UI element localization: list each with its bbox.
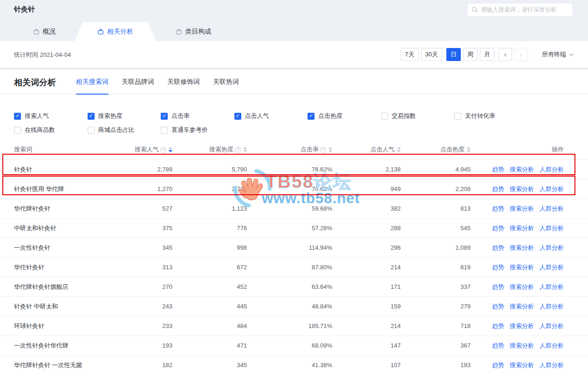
trend-link[interactable]: 趋势 [492,205,504,213]
terminal-dropdown[interactable]: 所有终端 [542,50,574,59]
metric-checkbox[interactable]: 在线商品数 [14,126,88,134]
range-button-4[interactable]: 周 [463,48,478,61]
page-tab-1[interactable]: 概况 [14,22,75,41]
trend-link[interactable]: 趋势 [492,263,504,272]
audience-analysis-link[interactable]: 人群分析 [540,205,564,213]
audience-analysis-link[interactable]: 人群分析 [540,302,564,311]
sort-icon[interactable] [397,147,401,152]
word-type-tab-3[interactable]: 关联修饰词 [161,69,206,94]
table-row-6: 华佗针灸针31367287.80%214619趋势搜索分析人群分析 [0,257,588,277]
keyword-cell: 针灸针医用 华佗牌 [14,185,133,193]
value-cell: 471 [172,342,247,349]
word-type-tabs: 相关搜索词关联品牌词关联修饰词关联热词 [69,69,246,94]
actions-cell: 趋势搜索分析人群分析 [471,263,564,272]
metric-checkbox[interactable]: 商城点击占比 [88,126,161,134]
actions-cell: 趋势搜索分析人群分析 [471,361,564,369]
page-tab-3[interactable]: 类目构成 [156,22,231,41]
range-button-2[interactable]: 30天 [421,48,442,61]
column-header-2[interactable]: 搜索人气? [133,145,172,154]
audience-analysis-link[interactable]: 人群分析 [540,185,564,193]
range-button-1[interactable]: 7天 [401,48,418,61]
checkbox-label: 交易指数 [392,112,416,120]
search-analysis-link[interactable]: 搜索分析 [510,224,534,232]
metric-filters: 搜索人气 搜索热度 点击率 点击人气 点击热度 交易指数 支付转化率 在线商品数… [0,94,588,134]
trend-link[interactable]: 趋势 [492,185,504,193]
metric-checkbox[interactable]: 点击热度 [308,112,381,120]
actions-cell: 趋势搜索分析人群分析 [471,205,564,213]
help-icon[interactable]: ? [235,147,241,153]
audience-analysis-link[interactable]: 人群分析 [540,244,564,252]
trend-link[interactable]: 趋势 [492,224,504,232]
table-row-7: 华佗牌针灸针旗舰店27045263.64%171337趋势搜索分析人群分析 [0,277,588,296]
range-button-5[interactable]: 月 [480,48,494,61]
metric-checkbox[interactable]: 直通车参考价 [161,126,234,134]
audience-analysis-link[interactable]: 人群分析 [540,165,564,174]
audience-analysis-link[interactable]: 人群分析 [540,342,564,350]
metric-checkbox[interactable]: 搜索人气 [14,112,88,120]
date-toolbar: 统计时间 2021-04-04 7天30天日周月 ‹ › 所有终端 [0,41,588,69]
search-analysis-link[interactable]: 搜索分析 [510,342,534,350]
trend-link[interactable]: 趋势 [492,283,504,291]
word-type-tab-4[interactable]: 关联热词 [206,69,246,94]
search-box[interactable] [467,3,573,17]
audience-analysis-link[interactable]: 人群分析 [540,263,564,272]
metric-checkbox[interactable]: 搜索热度 [88,112,161,120]
trend-link[interactable]: 趋势 [492,165,504,174]
app-window: 针灸针 概况 相关分析 [0,0,588,376]
audience-analysis-link[interactable]: 人群分析 [540,361,564,369]
trend-link[interactable]: 趋势 [492,342,504,350]
search-analysis-link[interactable]: 搜索分析 [510,283,534,291]
column-label: 点击热度 [440,145,465,154]
search-analysis-link[interactable]: 搜索分析 [510,205,534,213]
trend-link[interactable]: 趋势 [492,361,504,369]
audience-analysis-link[interactable]: 人群分析 [540,283,564,291]
sort-icon[interactable] [169,147,172,152]
table-row-10: 一次性针灸针华佗牌19347168.09%147367趋势搜索分析人群分析 [0,335,588,355]
search-analysis-link[interactable]: 搜索分析 [510,165,534,174]
search-input[interactable] [481,7,568,13]
date-controls: 7天30天日周月 ‹ › 所有终端 [401,48,574,61]
page-tab-label: 概况 [43,27,56,36]
checkbox-icon [454,113,461,120]
help-icon[interactable]: ? [320,147,326,153]
audience-analysis-link[interactable]: 人群分析 [540,322,564,330]
trend-link[interactable]: 趋势 [492,322,504,330]
column-header-6[interactable]: 点击热度 [401,145,471,154]
help-icon[interactable]: ? [160,147,166,153]
value-cell: 1,089 [401,244,471,251]
metric-checkbox[interactable]: 交易指数 [381,112,455,120]
search-analysis-link[interactable]: 搜索分析 [510,302,534,311]
metric-checkbox[interactable]: 支付转化率 [454,112,528,120]
checkbox-label: 点击率 [171,112,190,120]
value-cell: 288 [332,225,401,232]
search-analysis-link[interactable]: 搜索分析 [510,244,534,252]
sort-icon[interactable] [328,147,332,152]
keyword-cell: 华佗牌针灸针 [14,205,133,213]
search-analysis-link[interactable]: 搜索分析 [510,322,534,330]
search-analysis-link[interactable]: 搜索分析 [510,263,534,272]
trend-link[interactable]: 趋势 [492,244,504,252]
word-type-tab-1[interactable]: 相关搜索词 [69,69,115,94]
section-title: 相关词分析 [14,77,56,88]
search-analysis-link[interactable]: 搜索分析 [510,361,534,369]
column-header-5[interactable]: 点击人气 [332,145,401,154]
column-header-4[interactable]: 点击率? [247,145,332,154]
column-header-3[interactable]: 搜索热度? [172,145,247,154]
value-cell: 243 [133,303,172,310]
audience-analysis-link[interactable]: 人群分析 [540,224,564,232]
word-type-tab-2[interactable]: 关联品牌词 [115,69,161,94]
range-button-3[interactable]: 日 [446,48,461,61]
prev-button[interactable]: ‹ [499,48,512,61]
trend-link[interactable]: 趋势 [492,302,504,311]
search-analysis-link[interactable]: 搜索分析 [510,185,534,193]
checkbox-icon [88,113,95,120]
sort-icon[interactable] [243,147,247,152]
sort-icon[interactable] [467,147,471,152]
checkbox-icon [14,127,21,134]
metric-checkbox[interactable]: 点击人气 [234,112,308,120]
metric-checkbox[interactable]: 点击率 [161,112,234,120]
page-tab-2[interactable]: 相关分析 [75,22,156,41]
value-cell: 813 [401,205,471,212]
bag-icon [176,28,182,35]
value-cell: 2,138 [332,166,401,173]
